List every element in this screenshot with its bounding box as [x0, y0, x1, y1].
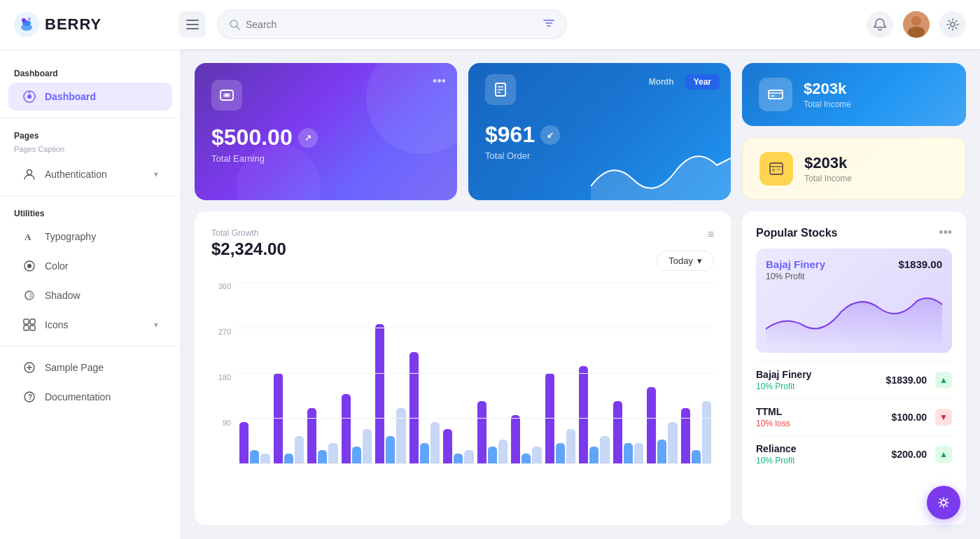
stock-list-item[interactable]: Reliance10% Profit$200.00▲	[756, 435, 952, 472]
color-label: Color	[45, 260, 68, 272]
order-wave	[591, 144, 731, 200]
today-button[interactable]: Today ▾	[657, 251, 714, 271]
svg-rect-43	[771, 95, 775, 97]
bar-group	[307, 408, 338, 464]
icons-chevron: ▾	[154, 320, 158, 330]
year-button[interactable]: Year	[685, 74, 720, 90]
svg-rect-41	[769, 90, 783, 99]
svg-rect-27	[24, 326, 29, 330]
sidebar-item-shadow[interactable]: Shadow	[8, 281, 172, 309]
svg-rect-47	[776, 169, 780, 170]
stock-list-item[interactable]: TTML10% loss$100.00▼	[756, 398, 952, 435]
bar-purple	[307, 408, 316, 464]
featured-stock: Bajaj Finery $1839.00 10% Profit	[756, 248, 952, 353]
settings-button[interactable]	[939, 11, 966, 38]
chart-header: Total Growth $2,324.00 ≡ Today ▾	[211, 228, 714, 271]
bar-blue	[284, 454, 293, 464]
chart-menu-icon[interactable]: ≡	[708, 228, 714, 241]
search-input[interactable]	[246, 19, 537, 30]
chart-wrapper: 360 270 180 90	[211, 282, 714, 464]
search-bar	[217, 10, 567, 39]
bar-purple	[545, 373, 554, 464]
bar-group	[579, 366, 610, 464]
order-card-icon	[485, 74, 516, 105]
earning-amount: $500.00 ↗	[211, 125, 440, 150]
y-axis: 360 270 180 90	[211, 282, 237, 464]
stock-profit: 10% Profit	[756, 456, 797, 465]
sidebar-item-documentation[interactable]: ? Documentation	[8, 383, 172, 411]
main-layout: Dashboard Dashboard Pages Pages Caption	[0, 49, 980, 539]
income-blue-card: $203k Total Income	[742, 63, 966, 126]
bar-group	[511, 415, 542, 464]
bar-light	[498, 440, 507, 464]
sidebar: Dashboard Dashboard Pages Pages Caption	[0, 49, 181, 539]
shadow-label: Shadow	[45, 290, 80, 301]
chart-title-small: Total Growth	[211, 228, 286, 238]
bar-blue	[692, 450, 701, 464]
bar-light	[464, 450, 473, 464]
trend-up-badge: ▲	[935, 446, 952, 463]
bar-group	[477, 401, 508, 464]
bar-chart	[237, 282, 714, 464]
notification-button[interactable]	[867, 11, 893, 38]
bar-light	[396, 408, 405, 464]
bar-group	[681, 401, 712, 464]
bars-area	[237, 282, 714, 464]
bar-purple	[647, 387, 656, 464]
bar-purple	[511, 415, 520, 464]
earning-card: ••• $500.00 ↗ Total Earning	[195, 63, 457, 200]
documentation-label: Documentation	[45, 391, 111, 402]
chart-total-amount: $2,324.00	[211, 239, 286, 259]
typography-icon: A	[22, 230, 36, 244]
income-yellow-amount: $203k	[804, 154, 852, 172]
sidebar-item-authentication[interactable]: Authentication ▾	[8, 160, 172, 188]
bar-group	[274, 373, 304, 464]
logo-area: BERRY	[14, 12, 168, 37]
stocks-menu-icon[interactable]: •••	[939, 225, 952, 240]
typography-label: Typography	[45, 231, 96, 242]
stock-name: Reliance	[756, 443, 797, 454]
menu-button[interactable]	[179, 11, 206, 38]
sidebar-item-sample-page[interactable]: Sample Page	[8, 354, 172, 382]
sidebar-item-icons[interactable]: Icons ▾	[8, 311, 172, 339]
stock-price: $1839.00	[886, 374, 927, 386]
bar-purple	[579, 366, 588, 464]
income-blue-icon	[759, 78, 792, 111]
fab-button[interactable]	[927, 486, 960, 519]
bar-purple	[613, 401, 622, 464]
stock-featured-chart	[766, 287, 942, 343]
earning-card-menu[interactable]: •••	[433, 74, 446, 89]
svg-line-9	[237, 27, 239, 29]
stock-list-item[interactable]: Bajaj Finery10% Profit$1839.00▲	[756, 361, 952, 398]
featured-stock-price: $1839.00	[898, 258, 942, 270]
logo-icon	[14, 12, 39, 37]
order-trend-icon: ↙	[540, 125, 560, 145]
svg-rect-46	[772, 169, 775, 172]
pages-caption: Pages Caption	[0, 144, 181, 159]
earning-card-icon	[211, 80, 242, 111]
bar-group	[647, 387, 678, 464]
icons-icon	[22, 318, 36, 332]
avatar[interactable]	[903, 11, 930, 38]
svg-point-14	[911, 16, 921, 26]
bar-light	[634, 443, 643, 464]
sidebar-item-typography[interactable]: A Typography	[8, 223, 172, 251]
stock-profit: 10% loss	[756, 419, 790, 428]
sidebar-item-color[interactable]: Color	[8, 252, 172, 280]
dashboard-icon	[22, 90, 36, 104]
auth-icon	[22, 167, 36, 181]
bar-group	[545, 373, 576, 464]
earning-label: Total Earning	[211, 153, 440, 164]
fab-gear-icon	[936, 495, 951, 510]
sidebar-item-dashboard[interactable]: Dashboard	[8, 83, 172, 111]
right-cards: $203k Total Income $203k	[742, 63, 966, 200]
featured-stock-profit: 10% Profit	[766, 272, 942, 281]
documentation-icon: ?	[22, 390, 36, 404]
month-button[interactable]: Month	[640, 74, 682, 90]
filter-icon[interactable]	[542, 18, 555, 31]
stocks-header: Popular Stocks •••	[756, 225, 952, 240]
svg-text:?: ?	[28, 393, 32, 401]
bar-purple	[410, 352, 419, 464]
bar-light	[668, 422, 677, 464]
pages-section-label: Pages	[0, 125, 181, 144]
